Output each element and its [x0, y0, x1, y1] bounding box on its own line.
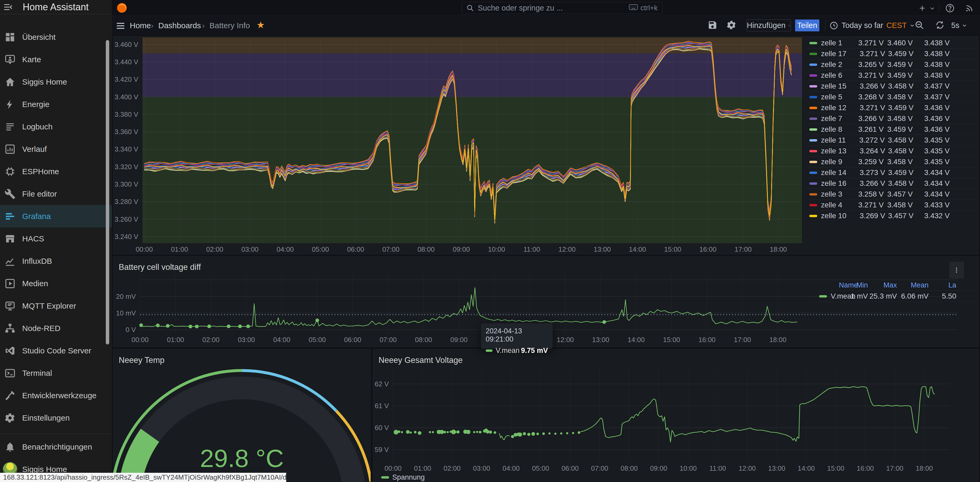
series-swatch: [809, 85, 817, 87]
legend-row-zelle-10[interactable]: zelle 10 3.269 V3.457 V3.432 V: [807, 210, 978, 221]
sidebar-item-list[interactable]: Logbuch: [0, 116, 112, 138]
legend-row-zelle-4[interactable]: zelle 4 3.271 V3.458 V3.433 V: [807, 200, 978, 210]
legend-row-zelle-13[interactable]: zelle 13 3.264 V3.458 V3.435 V: [807, 146, 978, 156]
ha-sidebar-header: Home Assistant: [0, 0, 112, 14]
svg-text:15:00: 15:00: [663, 336, 680, 344]
sidebar-item-vscode[interactable]: Studio Code Server: [0, 339, 112, 362]
legend-row-zelle-6[interactable]: zelle 6 3.271 V3.459 V3.438 V: [807, 70, 978, 81]
menu-open-icon[interactable]: [0, 2, 16, 12]
dashboard-toolbar: Home › Dashboards › Battery Info ★ Hinzu…: [112, 16, 980, 35]
legend-row-vmean[interactable]: V.mean 1 mV 25.3 mV 6.06 mV 5.50: [814, 290, 979, 302]
legend-row-zelle-7[interactable]: zelle 7 3.266 V3.458 V3.436 V: [807, 113, 978, 124]
sidebar-scrollbar[interactable]: [106, 40, 109, 344]
tooltip-series-swatch: [486, 349, 493, 352]
legend-row-zelle-2[interactable]: zelle 2 3.265 V3.459 V3.438 V: [807, 59, 978, 70]
legend-row-zelle-8[interactable]: zelle 8 3.261 V3.459 V3.436 V: [807, 124, 978, 135]
sidebar-item-play-box[interactable]: Medien: [0, 272, 112, 295]
lightning-icon: [4, 98, 16, 110]
tooltip-value: 9.75 mV: [521, 347, 548, 355]
add-icon[interactable]: [918, 4, 926, 13]
sidebar-item-label: Energie: [22, 100, 49, 109]
tooltip-series-name: V.mean: [496, 347, 520, 355]
add-panel-button[interactable]: Hinzufügen: [746, 19, 791, 31]
legend-row-zelle-5[interactable]: zelle 5 3.268 V3.458 V3.437 V: [807, 92, 978, 102]
series-swatch: [809, 204, 817, 206]
favorite-star-icon[interactable]: ★: [256, 19, 265, 30]
sidebar-item-console[interactable]: Terminal: [0, 362, 112, 384]
svg-text:01:00: 01:00: [414, 465, 431, 472]
legend-row-zelle-16[interactable]: zelle 16 3.266 V3.458 V3.434 V: [807, 178, 978, 189]
total-voltage-chart[interactable]: 00:0001:0002:0003:0004:0005:0006:0007:00…: [373, 349, 979, 482]
total-voltage-legend[interactable]: Spannung: [381, 473, 425, 482]
series-swatch: [809, 128, 817, 131]
legend-row-zelle-17[interactable]: zelle 17 3.271 V3.459 V3.438 V: [807, 48, 978, 59]
sidebar-item-label: Benachrichtigungen: [22, 442, 92, 452]
sidebar-item-storefront[interactable]: HACS: [0, 227, 112, 250]
breadcrumb-home[interactable]: Home: [130, 21, 151, 30]
browser-link-preview: 168.33.121:8123/api/hassio_ingress/5RsZ_…: [0, 473, 286, 482]
legend-header-max[interactable]: Max: [868, 281, 897, 289]
sidebar-item-chart-line[interactable]: InfluxDB: [0, 250, 112, 272]
svg-text:14:00: 14:00: [629, 245, 646, 253]
time-range-picker[interactable]: Today so far CEST: [829, 19, 915, 31]
legend-row-zelle-15[interactable]: zelle 15 3.266 V3.458 V3.437 V: [807, 81, 978, 92]
zoom-out-icon[interactable]: [914, 20, 924, 30]
add-chevron-down-icon[interactable]: [929, 5, 935, 12]
legend-row-zelle-11[interactable]: zelle 11 3.272 V3.458 V3.435 V: [807, 135, 978, 146]
news-rss-icon[interactable]: [964, 3, 974, 13]
sidebar-item-cog[interactable]: Einstellungen: [0, 407, 112, 429]
sidebar-item-home[interactable]: Siggis Home: [0, 71, 112, 93]
refresh-icon[interactable]: [935, 20, 945, 30]
legend-row-zelle-12[interactable]: zelle 12 3.271 V3.459 V3.436 V: [807, 102, 978, 113]
legend-row-zelle-3[interactable]: zelle 3 3.258 V3.457 V3.434 V: [807, 189, 978, 200]
legend-header-min[interactable]: Min: [845, 281, 868, 289]
series-swatch: [809, 63, 817, 66]
legend-row-zelle-1[interactable]: zelle 1 3.271 V3.460 V3.438 V: [807, 37, 978, 48]
sidebar-item-tools[interactable]: Entwicklerwerkzeuge: [0, 384, 112, 407]
legend-header-last[interactable]: La: [929, 281, 956, 289]
svg-text:60 V: 60 V: [375, 424, 389, 432]
play-box-icon: [4, 278, 16, 289]
toolbar-divider: [825, 20, 826, 31]
sidebar-item-map-account[interactable]: Karte: [0, 48, 112, 71]
sidebar-item-label: Terminal: [22, 369, 52, 377]
sidebar-item-view-dashboard[interactable]: Übersicht: [0, 26, 112, 48]
sidebar-item-sitemap[interactable]: Node-RED: [0, 317, 112, 339]
sidebar-item-chart-box[interactable]: Verlauf: [0, 138, 112, 160]
sidebar-item-bell[interactable]: Benachrichtigungen: [0, 436, 112, 458]
svg-text:18:00: 18:00: [916, 465, 933, 472]
svg-text:62 V: 62 V: [375, 380, 389, 388]
search-placeholder: Suche oder springe zu ...: [478, 4, 563, 13]
legend-row-zelle-9[interactable]: zelle 9 3.259 V3.458 V3.435 V: [807, 156, 978, 167]
svg-text:3.440 V: 3.440 V: [115, 58, 138, 66]
save-dashboard-icon[interactable]: [708, 20, 718, 30]
svg-text:3.420 V: 3.420 V: [115, 75, 138, 83]
storefront-icon: [4, 233, 16, 244]
svg-text:3.460 V: 3.460 V: [115, 41, 138, 49]
refresh-interval-dropdown[interactable]: 5s: [951, 19, 967, 31]
sidebar-item-chip[interactable]: ESPHome: [0, 160, 112, 182]
dashboard-menu-icon[interactable]: [116, 21, 126, 31]
sidebar-item-grafana[interactable]: Grafana: [0, 205, 112, 227]
help-icon[interactable]: [945, 3, 955, 13]
grafana-logo-icon[interactable]: [116, 2, 128, 14]
breadcrumb-dashboards[interactable]: Dashboards: [158, 21, 201, 30]
series-swatch: [809, 193, 817, 195]
legend-header-name[interactable]: Name: [814, 281, 845, 289]
cell-voltage-legend: zelle 1 3.271 V3.460 V3.438 V zelle 17 3…: [807, 37, 978, 221]
svg-text:01:00: 01:00: [171, 245, 188, 253]
sidebar-divider: [0, 434, 112, 434]
sidebar-item-lightning[interactable]: Energie: [0, 93, 112, 116]
chart-tooltip: 2024-04-13 09:21:00 V.mean 9.75 mV: [481, 323, 552, 349]
legend-header-mean[interactable]: Mean: [897, 281, 929, 289]
sidebar-item-wrench[interactable]: File editor: [0, 182, 112, 205]
dashboard-settings-gear-icon[interactable]: [727, 20, 737, 30]
breadcrumb-sep-icon: ›: [202, 21, 205, 30]
svg-text:08:00: 08:00: [620, 465, 638, 472]
legend-row-zelle-14[interactable]: zelle 14 3.273 V3.459 V3.434 V: [807, 167, 978, 178]
search-input[interactable]: Suche oder springe zu ... ctrl+k: [461, 2, 663, 14]
svg-text:02:00: 02:00: [202, 336, 220, 344]
share-button[interactable]: Teilen: [795, 19, 819, 31]
svg-text:05:00: 05:00: [309, 336, 326, 344]
sidebar-item-monitor-message[interactable]: MQTT Explorer: [0, 295, 112, 317]
